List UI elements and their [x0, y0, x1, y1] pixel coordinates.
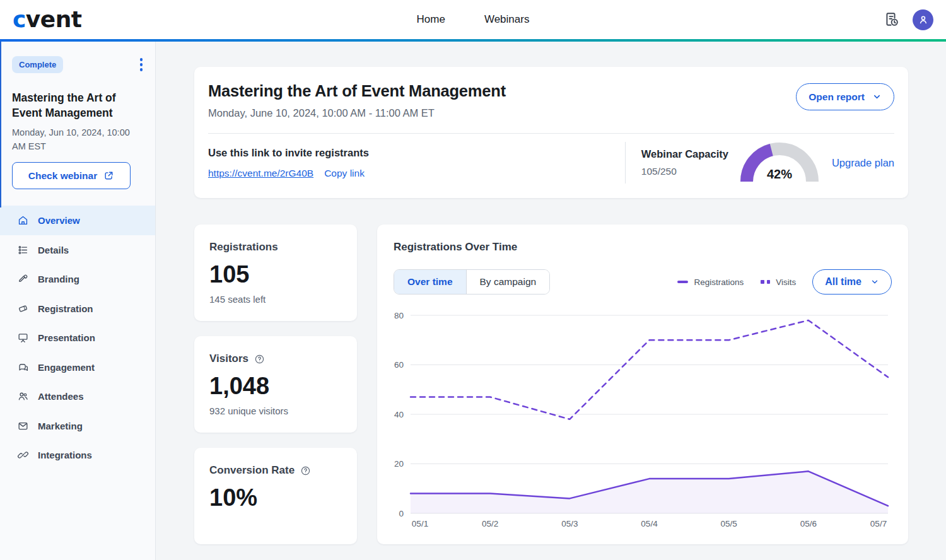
sidebar-item-marketing[interactable]: Marketing [0, 411, 155, 441]
svg-text:05/7: 05/7 [870, 519, 887, 528]
stat-subtext: 145 seats left [209, 294, 342, 305]
capacity-ratio: 105/250 [641, 166, 728, 177]
registrations-chart: 02040608005/105/205/305/405/505/605/7 [394, 310, 889, 530]
details-icon [17, 244, 29, 256]
check-webinar-label: Check webinar [28, 170, 97, 182]
logo-letter-c: c [13, 6, 26, 32]
gauge-percent-label: 42% [767, 167, 792, 181]
top-nav: Home Webinars [417, 13, 530, 26]
copy-link-button[interactable]: Copy link [324, 168, 365, 179]
sidebar-item-branding[interactable]: Branding [0, 264, 155, 294]
kebab-menu-icon[interactable] [136, 55, 147, 74]
svg-text:40: 40 [394, 410, 404, 419]
svg-text:0: 0 [399, 509, 404, 518]
open-report-button[interactable]: Open report [796, 83, 894, 110]
sidebar-item-label: Engagement [38, 362, 95, 373]
stat-value: 10% [209, 484, 342, 511]
svg-text:05/2: 05/2 [482, 519, 498, 528]
registrations-over-time-card: Registrations Over Time Over time By cam… [377, 225, 908, 544]
home-icon [17, 214, 29, 226]
invite-label: Use this link to invite registrants [208, 147, 369, 159]
attendees-icon [17, 390, 29, 402]
branding-icon [17, 273, 29, 285]
sidebar-item-label: Attendees [38, 391, 84, 402]
upgrade-plan-link[interactable]: Upgrade plan [832, 157, 894, 169]
divider [208, 133, 894, 134]
svg-text:05/5: 05/5 [721, 519, 737, 528]
svg-text:05/4: 05/4 [641, 519, 658, 528]
logo-rest: vent [26, 6, 82, 32]
nav-webinars[interactable]: Webinars [484, 13, 530, 26]
sidebar-item-presentation[interactable]: Presentation [0, 323, 155, 353]
chart-legend: Registrations Visits [677, 277, 796, 287]
chart-view-toggle: Over time By campaign [394, 269, 550, 295]
help-icon[interactable] [254, 354, 265, 365]
sidebar-item-details[interactable]: Details [0, 235, 155, 265]
visitors-stat-card: Visitors 1,048 932 unique visitors [194, 336, 357, 433]
page-title: Mastering the Art of Event Management [208, 82, 506, 100]
conversion-stat-card: Conversion Rate 10% [194, 448, 357, 544]
svg-text:20: 20 [394, 459, 404, 469]
top-header: cvent Home Webinars [0, 0, 946, 39]
top-actions [882, 9, 933, 30]
help-icon[interactable] [300, 465, 311, 476]
external-link-icon [103, 170, 114, 181]
chevron-down-icon [872, 92, 882, 102]
stat-value: 1,048 [209, 373, 342, 400]
sidebar-item-label: Registration [38, 303, 93, 314]
svg-text:60: 60 [394, 360, 404, 370]
sidebar-item-label: Branding [38, 274, 79, 284]
status-badge: Complete [12, 56, 63, 73]
reports-icon[interactable] [882, 11, 900, 28]
sidebar-item-label: Integrations [38, 450, 92, 460]
open-report-label: Open report [809, 91, 865, 103]
sidebar-item-registration[interactable]: Registration [0, 294, 155, 324]
legend-registrations: Registrations [677, 277, 744, 287]
svg-text:05/6: 05/6 [800, 519, 817, 528]
tab-by-campaign[interactable]: By campaign [466, 270, 550, 294]
sidebar-webinar-date: Monday, Jun 10, 2024, 10:00 AM EST [12, 126, 138, 154]
chevron-down-icon [870, 277, 879, 286]
sidebar-item-engagement[interactable]: Engagement [0, 353, 155, 382]
svg-text:80: 80 [394, 311, 404, 320]
presentation-icon [17, 332, 29, 344]
sidebar-item-label: Overview [38, 215, 80, 226]
stat-value: 105 [209, 261, 342, 288]
legend-visits: Visits [761, 277, 796, 287]
invite-url-link[interactable]: https://cvent.me/2rG40B [208, 168, 313, 179]
person-icon [917, 13, 930, 26]
sidebar-item-label: Marketing [38, 421, 83, 431]
svg-text:05/1: 05/1 [412, 519, 428, 528]
webinar-datetime: Monday, June 10, 2024, 10:00 AM - 11:00 … [208, 107, 506, 119]
solid-line-swatch [677, 281, 688, 284]
chart-title: Registrations Over Time [394, 241, 892, 254]
stat-title: Registrations [209, 241, 342, 254]
ticket-icon [17, 303, 29, 315]
sidebar-webinar-title: Mastering the Art of Event Management [12, 90, 135, 120]
stats-column: Registrations 105 145 seats left Visitor… [194, 225, 357, 544]
time-range-label: All time [825, 276, 861, 288]
capacity-section: Webinar Capacity 105/250 42% Upgrade pla… [625, 142, 894, 184]
invite-section: Use this link to invite registrants http… [208, 147, 369, 179]
nav-home[interactable]: Home [417, 13, 445, 26]
time-range-selector[interactable]: All time [812, 269, 892, 295]
sidebar-item-label: Presentation [38, 332, 95, 343]
sidebar: Complete Mastering the Art of Event Mana… [0, 42, 156, 560]
stat-subtext: 932 unique visitors [209, 405, 342, 416]
capacity-gauge: 42% [739, 142, 820, 184]
stat-title: Visitors [209, 353, 342, 365]
cvent-logo[interactable]: cvent [13, 8, 82, 31]
check-webinar-button[interactable]: Check webinar [12, 162, 131, 189]
engagement-icon [17, 361, 29, 373]
sidebar-item-integrations[interactable]: Integrations [0, 440, 155, 470]
envelope-icon [17, 420, 29, 432]
sidebar-item-overview[interactable]: Overview [0, 206, 155, 235]
account-avatar[interactable] [913, 9, 933, 30]
tab-over-time[interactable]: Over time [394, 270, 466, 294]
link-icon [17, 449, 29, 461]
sidebar-item-attendees[interactable]: Attendees [0, 382, 155, 411]
stat-title: Conversion Rate [209, 464, 342, 477]
main-content: Mastering the Art of Event Management Mo… [156, 42, 946, 560]
sidebar-item-label: Details [38, 245, 69, 255]
dashed-line-swatch [761, 280, 770, 284]
